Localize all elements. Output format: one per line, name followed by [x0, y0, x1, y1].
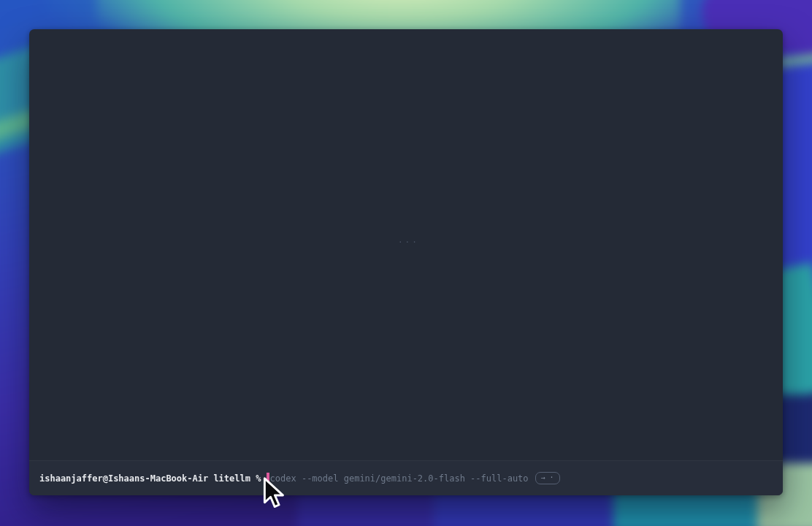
terminal-loading-ellipsis: ...	[398, 235, 419, 245]
prompt-symbol: %	[256, 473, 261, 484]
command-autosuggestion: codex --model gemini/gemini-2.0-flash --…	[270, 473, 529, 484]
terminal-output-area: ...	[29, 29, 783, 460]
prompt-directory: litellm	[213, 473, 250, 484]
desktop: ... ishaanjaffer@Ishaans-MacBook-Airlite…	[0, 0, 812, 526]
mouse-cursor-icon	[261, 477, 285, 509]
terminal-prompt-bar[interactable]: ishaanjaffer@Ishaans-MacBook-Airlitellm%…	[29, 460, 783, 495]
terminal-window[interactable]: ... ishaanjaffer@Ishaans-MacBook-Airlite…	[29, 29, 783, 495]
right-arrow-icon: → ·	[541, 473, 554, 482]
terminal-prompt-line[interactable]: ishaanjaffer@Ishaans-MacBook-Airlitellm%…	[39, 472, 560, 484]
accept-suggestion-key-hint[interactable]: → ·	[535, 472, 560, 484]
prompt-user-host: ishaanjaffer@Ishaans-MacBook-Air	[39, 473, 208, 484]
